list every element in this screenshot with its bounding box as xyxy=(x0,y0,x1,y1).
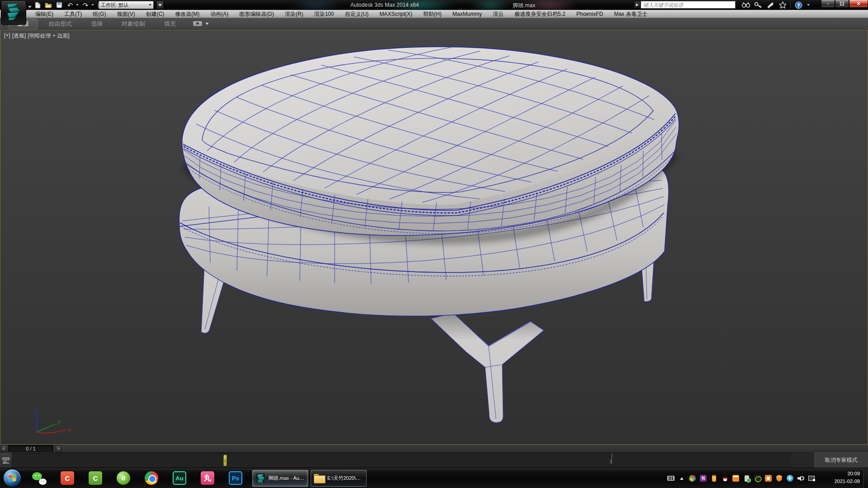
taskbar-window-3dsmax[interactable]: max 脚踏.max - Auto... xyxy=(252,470,308,487)
taskbar-clock[interactable]: 20:09 2021-02-09 xyxy=(835,470,860,485)
keyboard-icon[interactable] xyxy=(667,474,675,482)
menu-antivirus[interactable]: Max 杀毒卫士 xyxy=(609,10,653,18)
netcut-icon[interactable]: N xyxy=(699,474,707,482)
ribbon-tab-freeform[interactable]: 自由形式 xyxy=(40,19,80,29)
infocenter-search: ▶ xyxy=(634,1,736,9)
time-slider-handle[interactable] xyxy=(223,455,227,466)
save-file-icon[interactable] xyxy=(55,1,63,9)
help-icon[interactable]: ? xyxy=(794,1,803,9)
menu-help[interactable]: 帮助(H) xyxy=(418,10,447,18)
network-icon[interactable] xyxy=(808,474,816,482)
overflow-up-icon[interactable] xyxy=(678,474,685,482)
nvidia-icon[interactable] xyxy=(754,474,761,482)
chrome-icon[interactable] xyxy=(142,469,160,487)
perspective-viewport[interactable]: [+] [透视] [明暗处理 + 边面] xyxy=(0,30,868,445)
security-shield-icon[interactable] xyxy=(775,474,783,482)
start-button[interactable] xyxy=(4,469,21,487)
viewport-shading-menu[interactable]: [明暗处理 + 边面] xyxy=(28,32,69,40)
menu-animation[interactable]: 动画(A) xyxy=(205,10,234,18)
usb-eject-icon[interactable] xyxy=(743,474,750,482)
favorites-star-icon[interactable] xyxy=(778,1,787,9)
system-tray: N e xyxy=(667,468,816,488)
taskbar-window-label: 脚踏.max - Auto... xyxy=(269,475,305,482)
aero-glow xyxy=(470,0,511,10)
menu-edit[interactable]: 编辑(E) xyxy=(30,10,59,18)
mini-curve-editor-button[interactable] xyxy=(0,453,12,468)
clock-time: 20:09 xyxy=(835,470,860,478)
3dsmax-app-button[interactable] xyxy=(1,0,26,25)
show-desktop-button[interactable] xyxy=(863,468,868,488)
menu-group[interactable]: 组(G) xyxy=(87,10,111,18)
svg-text:?: ? xyxy=(797,2,800,8)
eset-icon[interactable]: e xyxy=(786,474,794,482)
undo-list-caret-icon[interactable] xyxy=(76,4,79,6)
subscription-key-icon[interactable] xyxy=(754,1,763,9)
camtasia-green-icon[interactable]: C xyxy=(86,469,104,487)
ribbon-options-caret-icon[interactable] xyxy=(205,23,209,25)
viewport-general-menu[interactable]: [+] xyxy=(4,32,10,40)
redo-icon[interactable]: ↷ xyxy=(81,1,90,9)
menu-customize[interactable]: 自定义(U) xyxy=(340,10,374,18)
ribbon-minimize-button[interactable] xyxy=(193,21,203,27)
3dsmax-application-window: ↶ ↷ 工作区: 默认 Autodesk 3ds Max 2014 x64 脚踏… xyxy=(0,0,868,488)
menu-slim-archive[interactable]: 极速瘦身安全归档5.2 xyxy=(509,10,571,18)
menu-rendercloud[interactable]: 渲云 xyxy=(487,10,509,18)
ribbon-bar: 建模 自由形式 选择 对象绘制 填充 xyxy=(0,18,868,30)
ribbon-tab-selection[interactable]: 选择 xyxy=(83,19,111,29)
open-file-icon[interactable] xyxy=(44,1,52,9)
new-scene-icon[interactable] xyxy=(33,1,42,9)
menu-maxscript[interactable]: MAXScript(X) xyxy=(374,10,418,18)
help-caret-icon[interactable] xyxy=(807,4,810,6)
animation-bars: < 0 / 1 > 1 取消专家模式 xyxy=(0,445,868,468)
search-binoculars-icon[interactable] xyxy=(741,1,750,9)
workspace-selector[interactable]: 工作区: 默认 xyxy=(99,1,154,9)
photoshop-icon[interactable]: Ps xyxy=(226,469,245,487)
minimize-button[interactable] xyxy=(821,0,835,8)
next-frame-button[interactable]: > xyxy=(56,445,61,452)
volume-icon[interactable] xyxy=(797,474,805,482)
input-pinwheel-icon[interactable] xyxy=(689,474,696,482)
close-button[interactable]: ✕ xyxy=(849,0,868,8)
menu-modifiers[interactable]: 修改器(M) xyxy=(170,10,205,18)
wan-app-icon[interactable]: 丸 xyxy=(198,469,217,487)
search-input[interactable] xyxy=(641,1,736,9)
clock-date: 2021-02-09 xyxy=(835,478,860,485)
menu-phoenixfd[interactable]: PhoenixFD xyxy=(571,10,609,18)
search-expand-arrow-icon[interactable]: ▶ xyxy=(634,1,641,9)
track-bar[interactable]: 1 xyxy=(12,453,791,468)
open-windows: max 脚踏.max - Auto... E:\天竹2020\国... xyxy=(252,470,367,487)
previous-frame-button[interactable]: < xyxy=(1,445,7,452)
cancel-expert-mode-button[interactable]: 取消专家模式 xyxy=(814,452,868,468)
undo-icon[interactable]: ↶ xyxy=(66,1,74,9)
menu-tools[interactable]: 工具(T) xyxy=(59,10,87,18)
menu-render100[interactable]: 渲染100 xyxy=(309,10,340,18)
calendar-icon[interactable] xyxy=(732,474,740,482)
communication-satellite-icon[interactable] xyxy=(766,1,775,9)
screenshot-icon[interactable] xyxy=(764,474,772,482)
app-menu-caret-icon[interactable] xyxy=(28,6,32,8)
adobe-audition-icon[interactable]: Au xyxy=(170,469,189,487)
menu-maxmummy[interactable]: MaxMummy xyxy=(447,10,487,18)
restore-button[interactable] xyxy=(835,0,849,8)
frame-number-field[interactable]: 0 / 1 xyxy=(8,445,53,452)
menu-views[interactable]: 视图(V) xyxy=(112,10,141,18)
taskbar-window-explorer[interactable]: E:\天竹2020\国... xyxy=(311,470,367,487)
ribbon-tab-populate[interactable]: 填充 xyxy=(156,19,184,29)
taskbar-window-label: E:\天竹2020\国... xyxy=(327,475,363,482)
window-title: Autodesk 3ds Max 2014 x64 xyxy=(350,2,419,8)
redo-list-caret-icon[interactable] xyxy=(91,4,94,6)
windows-flag-icon xyxy=(9,474,16,481)
qq-icon[interactable] xyxy=(721,474,729,482)
usb-orange-icon[interactable] xyxy=(710,474,718,482)
menu-graph-editors[interactable]: 图形编辑器(D) xyxy=(234,10,279,18)
menu-rendering[interactable]: 渲染(R) xyxy=(279,10,309,18)
wechat-icon[interactable] xyxy=(30,469,48,487)
viewport-pov-menu[interactable]: [透视] xyxy=(12,32,26,40)
workspace-flyout-button[interactable] xyxy=(156,1,164,9)
ribbon-tab-object-paint[interactable]: 对象绘制 xyxy=(113,19,153,29)
menu-bar: 编辑(E) 工具(T) 组(G) 视图(V) 创建(C) 修改器(M) 动画(A… xyxy=(0,10,868,18)
ottoman-wireframe-model: z y x xyxy=(0,30,868,444)
menu-create[interactable]: 创建(C) xyxy=(141,10,170,18)
camtasia-red-icon[interactable]: C xyxy=(58,469,76,487)
360-browser-icon[interactable]: e xyxy=(114,469,132,487)
